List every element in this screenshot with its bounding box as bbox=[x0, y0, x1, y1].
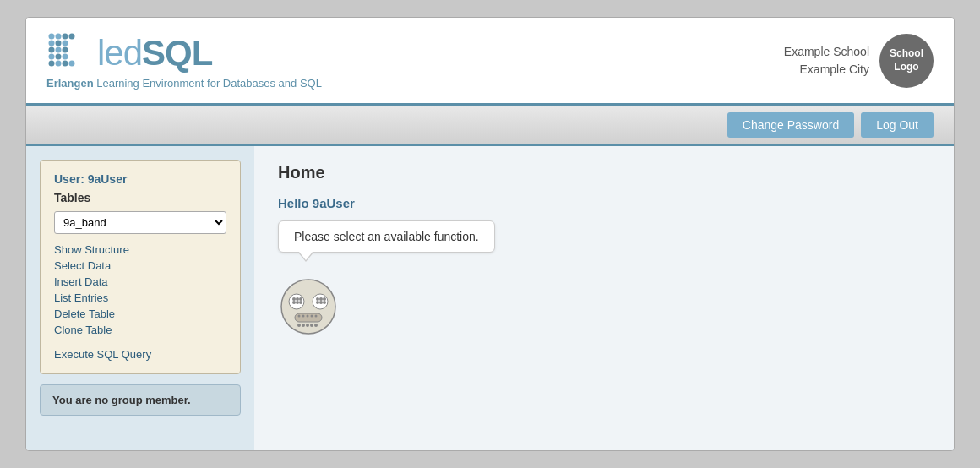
navbar: Change Password Log Out bbox=[26, 106, 954, 146]
menu-item-list-entries[interactable]: List Entries bbox=[54, 291, 226, 305]
svg-point-38 bbox=[297, 324, 301, 327]
svg-point-3 bbox=[69, 34, 75, 40]
speech-bubble: Please select an available function. bbox=[278, 220, 495, 253]
sidebar: User: 9aUser Tables 9a_band Show Structu… bbox=[26, 146, 254, 450]
svg-point-20 bbox=[292, 297, 296, 301]
svg-point-8 bbox=[56, 47, 62, 53]
content-area: Home Hello 9aUser Please select an avail… bbox=[254, 146, 954, 450]
svg-point-15 bbox=[63, 61, 68, 67]
sidebar-main-panel: User: 9aUser Tables 9a_band Show Structu… bbox=[40, 160, 241, 374]
mascot-icon bbox=[278, 276, 339, 337]
svg-point-9 bbox=[63, 47, 68, 53]
svg-point-13 bbox=[49, 61, 55, 67]
group-member-label: You are no group member. bbox=[52, 394, 191, 406]
svg-point-24 bbox=[296, 301, 299, 304]
svg-point-40 bbox=[306, 324, 309, 327]
svg-point-23 bbox=[292, 301, 296, 304]
svg-point-34 bbox=[302, 315, 305, 318]
logo-tagline: Erlangen Learning Environment for Databa… bbox=[46, 77, 322, 90]
change-password-button[interactable]: Change Password bbox=[727, 112, 854, 138]
svg-point-21 bbox=[296, 297, 299, 301]
logo-icon bbox=[46, 31, 90, 75]
sidebar-user-label: User: 9aUser bbox=[54, 172, 226, 186]
logo-title: ledSQL bbox=[46, 31, 322, 75]
bubble-text: Please select an available function. bbox=[294, 230, 479, 243]
svg-point-2 bbox=[63, 34, 68, 40]
svg-point-22 bbox=[299, 297, 302, 301]
logo-led: led bbox=[97, 33, 142, 73]
svg-point-28 bbox=[323, 297, 326, 301]
svg-point-42 bbox=[314, 324, 318, 327]
svg-point-5 bbox=[56, 41, 62, 46]
mascot bbox=[278, 276, 930, 340]
sidebar-menu: Show Structure Select Data Insert Data L… bbox=[54, 242, 226, 362]
svg-point-26 bbox=[316, 297, 319, 301]
main-layout: User: 9aUser Tables 9a_band Show Structu… bbox=[26, 146, 954, 450]
menu-item-select-data[interactable]: Select Data bbox=[54, 258, 226, 273]
school-info: Example School Example City bbox=[784, 43, 869, 79]
school-area: Example School Example City SchoolLogo bbox=[784, 34, 934, 88]
header: ledSQL Erlangen Learning Environment for… bbox=[26, 18, 954, 106]
svg-point-11 bbox=[56, 54, 62, 60]
menu-item-clone-table[interactable]: Clone Table bbox=[54, 323, 226, 337]
logo-text: ledSQL bbox=[97, 33, 212, 73]
svg-point-36 bbox=[311, 315, 313, 318]
logo-sql: SQL bbox=[142, 33, 212, 73]
app-window: ledSQL Erlangen Learning Environment for… bbox=[25, 17, 955, 451]
svg-point-33 bbox=[298, 315, 301, 318]
tables-dropdown[interactable]: 9a_band bbox=[54, 211, 226, 234]
menu-item-insert-data[interactable]: Insert Data bbox=[54, 275, 226, 289]
svg-point-12 bbox=[63, 54, 68, 60]
svg-point-41 bbox=[310, 324, 313, 327]
tagline-rest: Learning Environment for Databases and S… bbox=[94, 77, 322, 90]
school-name: Example School bbox=[784, 43, 869, 61]
svg-point-39 bbox=[302, 324, 305, 327]
sidebar-group-panel: You are no group member. bbox=[40, 384, 241, 416]
svg-point-37 bbox=[315, 315, 318, 318]
svg-point-27 bbox=[319, 297, 323, 301]
svg-point-35 bbox=[307, 315, 309, 318]
page-title: Home bbox=[278, 163, 930, 182]
sidebar-tables-label: Tables bbox=[54, 191, 226, 204]
school-city: Example City bbox=[784, 61, 869, 79]
svg-point-31 bbox=[323, 301, 326, 304]
menu-item-delete-table[interactable]: Delete Table bbox=[54, 307, 226, 321]
log-out-button[interactable]: Log Out bbox=[861, 112, 934, 138]
svg-point-14 bbox=[56, 61, 62, 67]
svg-point-6 bbox=[63, 41, 68, 46]
hello-text: Hello 9aUser bbox=[278, 196, 930, 210]
tagline-bold: Erlangen bbox=[46, 77, 94, 90]
svg-point-16 bbox=[69, 61, 75, 67]
svg-point-4 bbox=[49, 41, 55, 46]
svg-point-30 bbox=[319, 301, 323, 304]
svg-point-0 bbox=[49, 34, 55, 40]
menu-item-execute-sql[interactable]: Execute SQL Query bbox=[54, 347, 226, 362]
svg-rect-32 bbox=[295, 313, 322, 322]
svg-point-10 bbox=[49, 54, 55, 60]
svg-point-29 bbox=[316, 301, 319, 304]
menu-item-show-structure[interactable]: Show Structure bbox=[54, 242, 226, 257]
svg-point-1 bbox=[56, 34, 62, 40]
svg-point-7 bbox=[49, 47, 55, 53]
svg-point-25 bbox=[299, 301, 302, 304]
school-logo-badge: SchoolLogo bbox=[879, 34, 934, 88]
logo-area: ledSQL Erlangen Learning Environment for… bbox=[46, 31, 322, 90]
